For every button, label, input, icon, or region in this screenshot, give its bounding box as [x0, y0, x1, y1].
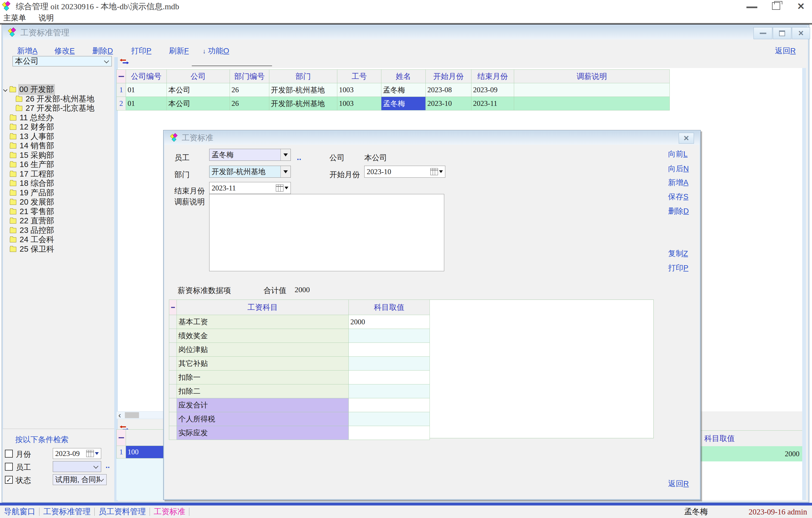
tree-item[interactable]: 11 总经办 [10, 113, 55, 122]
dropdown-arrow-icon[interactable] [95, 452, 99, 455]
cell[interactable]: 26 [230, 97, 269, 111]
col-header[interactable]: 科目取值 [704, 433, 735, 444]
col-header[interactable]: 调薪说明 [514, 70, 670, 83]
tree-item[interactable]: 17 工程部 [10, 170, 55, 178]
col-header[interactable]: 科目取值 [349, 300, 430, 315]
salary-items-table[interactable]: 工资科目 科目取值 基本工资2000 绩效奖金 岗位津贴 其它补贴 扣除一 扣除… [169, 299, 430, 440]
status-checkbox[interactable]: ✓ [5, 476, 13, 484]
cell[interactable]: 开发部-杭州基地 [269, 97, 337, 111]
month-date-field[interactable]: 2023-09 [53, 448, 101, 459]
mdi-close-button[interactable]: ✕ [792, 27, 810, 39]
employee-combo[interactable] [53, 461, 101, 472]
col-header[interactable]: 部门 [269, 70, 337, 83]
dialog-add-button[interactable]: 新增A [668, 177, 689, 188]
salary-item-row[interactable]: 基本工资2000 [169, 315, 430, 329]
tree-item[interactable]: 13 人事部 [10, 132, 55, 141]
col-header[interactable]: 部门编号 [230, 70, 269, 83]
mdi-minimize-button[interactable] [754, 27, 772, 39]
tree-item[interactable]: 24 工会科 [10, 235, 55, 244]
tree-item[interactable]: 18 综合部 [10, 179, 55, 188]
salary-standards-table[interactable]: 公司编号 公司 部门编号 部门 工号 姓名 开始月份 结束月份 调薪说明 1 0… [116, 69, 670, 111]
cell[interactable]: 本公司 [167, 97, 230, 111]
toolbar-delete[interactable]: 删除D [92, 46, 113, 56]
mdi-restore-button[interactable] [773, 27, 791, 39]
menu-help[interactable]: 说明 [39, 13, 54, 23]
menu-main[interactable]: 主菜单 [3, 13, 26, 23]
cell[interactable]: 1003 [337, 97, 381, 111]
cell[interactable]: 01 [126, 97, 167, 111]
expand-arrow-icon[interactable] [3, 87, 8, 92]
start-month-field[interactable]: 2023-10 [364, 166, 445, 178]
minimize-button[interactable] [747, 6, 757, 8]
col-header[interactable]: 姓名 [381, 70, 426, 83]
employee-checkbox[interactable] [5, 463, 13, 471]
tree-item-hangzhou[interactable]: 26 开发部-杭州基地 [16, 95, 95, 104]
tree-item[interactable]: 23 品控部 [10, 226, 55, 235]
col-header[interactable]: 开始月份 [426, 70, 471, 83]
month-checkbox[interactable] [5, 450, 13, 458]
tree-item[interactable]: 20 发展部 [10, 198, 55, 206]
salary-item-row[interactable]: 扣除二 [169, 384, 430, 398]
close-button[interactable]: ✕ [797, 2, 805, 11]
cell[interactable]: 开发部-杭州基地 [269, 83, 337, 97]
status-combo[interactable]: 试用期, 合同期 [53, 474, 107, 485]
statusbar-tab-salary-standard-active[interactable]: 工资标准 [154, 506, 185, 517]
salary-item-row-summary[interactable]: 实际应发 [169, 426, 430, 440]
cell[interactable] [514, 97, 670, 111]
h-scrollbar[interactable]: ‹ [116, 411, 164, 419]
tree-item[interactable]: 16 生产部 [10, 160, 55, 169]
toolbar-edit[interactable]: 修改E [54, 46, 75, 56]
dialog-save-button[interactable]: 保存S [668, 192, 689, 202]
right-grid-row[interactable]: 2000 [700, 446, 803, 462]
cell[interactable]: 1003 [337, 83, 381, 97]
col-header[interactable]: 工资科目 [177, 300, 349, 315]
memo-textarea[interactable] [209, 194, 444, 271]
toolbar-refresh[interactable]: 刷新F [169, 46, 189, 56]
cell[interactable]: 2023-10 [426, 97, 471, 111]
col-header[interactable]: 公司编号 [126, 70, 167, 83]
end-month-field[interactable]: 2023-11 [209, 182, 291, 194]
dropdown-arrow-icon[interactable] [285, 186, 288, 189]
calendar-icon[interactable] [430, 168, 438, 175]
toolbar-add[interactable]: 新增A [17, 46, 37, 56]
cell[interactable]: 26 [230, 83, 269, 97]
employee-combo[interactable]: 孟冬梅 [209, 149, 291, 161]
dialog-next-button[interactable]: 向后N [668, 164, 689, 174]
cell[interactable]: 2023-11 [471, 97, 514, 111]
toolbar-back[interactable]: 返回R [775, 46, 796, 56]
cell[interactable]: 孟冬梅 [381, 83, 426, 97]
salary-item-row-summary[interactable]: 个人所得税 [169, 412, 430, 426]
cell[interactable]: 2023-08 [426, 83, 471, 97]
employee-more-button[interactable]: .. [297, 153, 301, 162]
company-combo[interactable]: 本公司 [12, 56, 112, 66]
toolbar-print[interactable]: 打印P [131, 46, 151, 56]
col-header[interactable] [126, 430, 164, 446]
dropdown-button[interactable] [281, 166, 291, 177]
dialog-prev-button[interactable]: 向前L [668, 149, 688, 159]
selected-cell[interactable]: 孟冬梅 [381, 97, 426, 111]
dialog-print-button[interactable]: 打印P [668, 263, 689, 273]
statusbar-tab-nav[interactable]: 导航窗口 [4, 506, 35, 517]
tree-item[interactable]: 12 财务部 [10, 123, 55, 132]
tree-item[interactable]: 21 零售部 [10, 207, 55, 216]
dialog-copy-button[interactable]: 复制Z [668, 249, 688, 259]
quick-filter-underline[interactable] [192, 65, 272, 66]
salary-item-row-summary[interactable]: 应发合计 [169, 398, 430, 412]
col-header[interactable]: 工号 [337, 70, 381, 83]
dept-combo[interactable]: 开发部-杭州基地 [209, 166, 291, 178]
salary-item-row[interactable]: 其它补贴 [169, 357, 430, 371]
tree-item[interactable]: 22 直营部 [10, 217, 55, 225]
dialog-close-button[interactable]: ✕ [679, 133, 694, 144]
calendar-icon[interactable] [276, 184, 284, 192]
cell[interactable]: 01 [126, 83, 167, 97]
col-header[interactable]: 结束月份 [471, 70, 514, 83]
dialog-back-button[interactable]: 返回R [668, 479, 689, 489]
swap-columns-icon[interactable] [101, 433, 107, 438]
salary-item-row[interactable]: 绩效奖金 [169, 329, 430, 343]
salary-item-row[interactable]: 扣除一 [169, 371, 430, 384]
cell[interactable]: 本公司 [167, 83, 230, 97]
employee-more-button[interactable]: .. [106, 461, 110, 470]
scroll-thumb[interactable] [125, 412, 139, 418]
tree-item[interactable]: 15 采购部 [10, 151, 55, 160]
tree-item-dev[interactable]: 00 开发部 [4, 85, 55, 94]
